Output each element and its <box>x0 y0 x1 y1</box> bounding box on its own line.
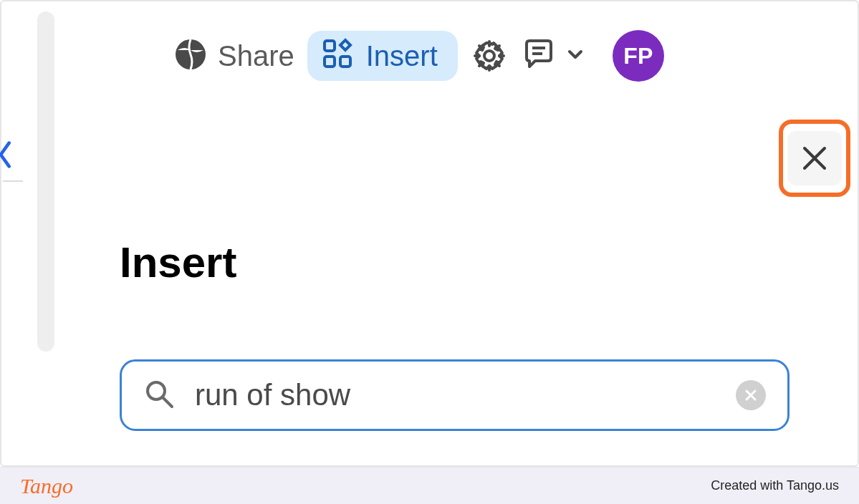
grid-plus-icon <box>322 38 355 74</box>
search-box[interactable] <box>120 359 790 431</box>
share-button[interactable]: Share <box>173 37 294 74</box>
app-frame: Share Insert <box>0 0 859 467</box>
share-label: Share <box>218 40 294 72</box>
svg-point-9 <box>148 382 165 399</box>
search-icon <box>143 378 175 412</box>
tango-logo: Tango <box>20 474 73 498</box>
close-panel-button[interactable] <box>787 131 842 185</box>
top-toolbar: Share Insert <box>173 30 664 82</box>
footer-credit: Created with Tango.us <box>711 478 839 493</box>
search-input[interactable] <box>195 378 716 412</box>
collapse-chevron[interactable] <box>0 137 16 172</box>
comments-dropdown[interactable] <box>521 37 585 75</box>
left-divider <box>3 180 23 182</box>
avatar-initials: FP <box>623 43 653 69</box>
footer: Tango Created with Tango.us <box>0 467 859 504</box>
svg-rect-1 <box>325 41 335 51</box>
svg-point-4 <box>484 51 494 61</box>
chevron-left-icon <box>0 137 16 172</box>
settings-button[interactable] <box>471 37 508 74</box>
chevron-down-icon <box>565 44 585 67</box>
scrollbar[interactable] <box>37 11 54 352</box>
close-icon <box>799 142 830 174</box>
user-avatar[interactable]: FP <box>613 30 664 82</box>
svg-line-10 <box>163 398 172 407</box>
svg-rect-2 <box>325 57 335 67</box>
clear-search-button[interactable] <box>736 380 766 410</box>
gear-icon <box>471 37 508 74</box>
panel-title: Insert <box>120 238 236 287</box>
insert-button[interactable]: Insert <box>307 31 458 81</box>
svg-rect-3 <box>340 57 350 67</box>
globe-icon <box>173 37 208 74</box>
insert-label: Insert <box>366 40 438 72</box>
x-icon <box>743 387 759 403</box>
comment-icon <box>521 37 557 75</box>
close-highlight-annotation <box>779 120 850 197</box>
